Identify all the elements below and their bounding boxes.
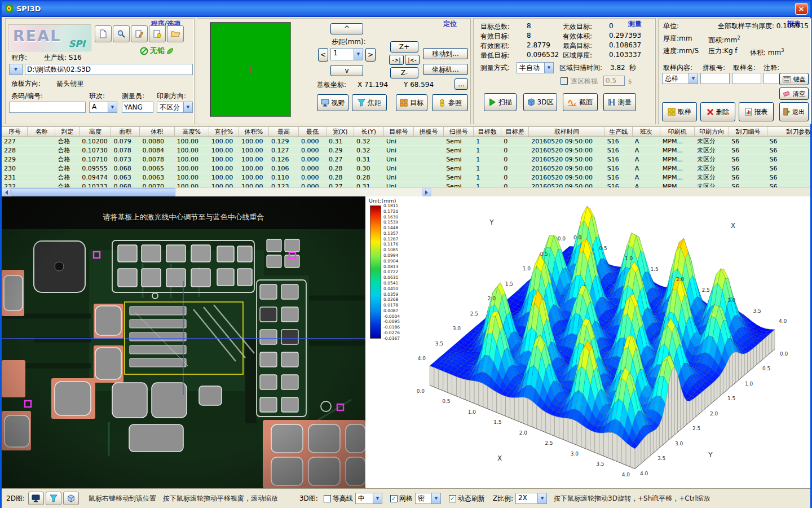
keyboard-button[interactable]: 键盘 — [779, 73, 809, 85]
move-to-button[interactable]: 移动到... — [423, 48, 468, 59]
grid-checkbox[interactable]: ✓ — [390, 495, 398, 502]
coordinate-machine-button[interactable]: 坐标机... — [423, 64, 468, 75]
table-row[interactable]: 227合格0.102000.0790.0080100.00100.00100.0… — [2, 137, 810, 146]
edit-program-button[interactable] — [131, 25, 148, 42]
table-cell: 未区分 — [695, 146, 729, 155]
camera-preview[interactable] — [210, 22, 291, 117]
delete-button[interactable]: 删除 — [700, 102, 735, 121]
report-button[interactable]: 报表 — [739, 102, 774, 121]
table-cell — [414, 164, 444, 173]
jog-down-button[interactable]: v — [330, 65, 363, 76]
zscale-select[interactable]: 2X ▼ — [515, 493, 547, 504]
scrollbar-thumb[interactable] — [11, 188, 175, 196]
scrollbar-track[interactable] — [175, 188, 422, 196]
column-header[interactable]: 刮刀参数 — [767, 127, 810, 137]
close-button[interactable]: × — [795, 3, 807, 15]
contour-level-select[interactable]: 中 ▼ — [355, 493, 382, 504]
step-next-button[interactable]: ->| — [389, 55, 404, 65]
shift-select[interactable]: A ▼ — [89, 102, 117, 113]
contour-checkbox[interactable] — [324, 495, 331, 502]
view-2d-button[interactable] — [28, 492, 44, 505]
program-history-select[interactable]: ▼ — [9, 64, 23, 75]
table-row[interactable]: 228合格0.107300.0780.0084100.00100.00100.0… — [2, 146, 810, 155]
new-file-button[interactable] — [95, 25, 112, 42]
column-header[interactable]: 判定 — [55, 127, 80, 137]
column-header[interactable]: 名称 — [28, 127, 55, 137]
zone-inspect-input[interactable] — [603, 76, 625, 86]
more-button[interactable]: ... — [454, 78, 468, 90]
camera-2d-view[interactable]: 请将基板上的激光线中心调节至与蓝色中心线重合 — [2, 196, 365, 488]
scroll-right-button[interactable] — [422, 188, 431, 196]
table-row[interactable]: 229合格0.107100.0730.0078100.00100.00100.0… — [2, 155, 810, 164]
column-header[interactable]: 面积 — [111, 127, 140, 137]
column-header[interactable]: 高度 — [80, 127, 111, 137]
column-header[interactable]: 取样时间 — [529, 127, 605, 137]
target-button[interactable]: 目标 — [396, 94, 427, 111]
column-header[interactable]: 印刷方向 — [695, 127, 729, 137]
cross-section-button[interactable]: 截面 — [563, 93, 598, 111]
jog-up-button[interactable]: ^ — [330, 23, 363, 34]
column-header[interactable]: 体积 — [140, 127, 174, 137]
box-3d-button[interactable] — [63, 492, 79, 505]
view-3d-button[interactable]: 3D区 — [523, 93, 557, 111]
table-cell: A — [632, 146, 660, 155]
exit-button[interactable]: 退出 — [779, 102, 809, 121]
field-of-view-button[interactable]: 视野 — [317, 94, 348, 111]
measure-button[interactable]: 测量 — [603, 93, 636, 111]
column-header[interactable]: 序号 — [2, 127, 28, 137]
search-button[interactable] — [113, 25, 130, 42]
table-row[interactable]: 230合格0.095550.0680.0065100.00100.00100.0… — [2, 164, 810, 173]
step-select[interactable]: 1 ▼ — [330, 48, 363, 60]
dynamic-refresh-checkbox[interactable]: ✓ — [449, 495, 456, 502]
surface-3d-plot[interactable]: 0.00.00.00.00.50.50.50.51.01.01.01.01.51… — [365, 196, 810, 488]
measure-method-select[interactable]: 半自动 ▼ — [517, 62, 554, 73]
grid-density-select[interactable]: 密 ▼ — [415, 493, 441, 504]
table-row[interactable]: 232合格0.103330.0680.0070100.00100.00100.0… — [2, 182, 810, 187]
barcode-input[interactable] — [9, 102, 86, 113]
sample-name-input[interactable] — [732, 73, 761, 84]
panel-number-input[interactable] — [700, 73, 730, 84]
column-header[interactable]: 刮刀编号 — [729, 127, 767, 137]
column-header[interactable]: 最低 — [299, 127, 326, 137]
sample-button[interactable]: 取样 — [662, 102, 697, 121]
column-header[interactable]: 拼板号 — [414, 127, 444, 137]
column-header[interactable]: 长(Y) — [354, 127, 383, 137]
table-cell — [28, 182, 55, 187]
column-header[interactable]: 目标数 — [474, 127, 501, 137]
focus-2d-button[interactable] — [46, 492, 61, 505]
z-plus-button[interactable]: Z+ — [390, 41, 418, 52]
scan-button[interactable]: 扫描 — [484, 93, 517, 111]
verify-program-button[interactable] — [149, 25, 166, 42]
sample-content-select[interactable]: 总样 ▼ — [662, 73, 698, 84]
scroll-left-button[interactable] — [2, 188, 11, 196]
surface-3d-view[interactable]: 0.00.00.00.00.50.50.50.51.01.01.01.01.51… — [365, 196, 810, 488]
delete-label: 删除 — [716, 107, 730, 117]
z-minus-button[interactable]: Z- — [390, 67, 418, 78]
column-header[interactable]: 体积% — [239, 127, 268, 137]
print-direction-select[interactable]: 不区分 ▼ — [157, 102, 193, 113]
open-program-button[interactable] — [167, 25, 184, 42]
column-header[interactable]: 高度% — [174, 127, 209, 137]
column-header[interactable]: 印刷机 — [660, 127, 694, 137]
step-prev-button[interactable]: |<- — [405, 55, 420, 65]
pcb-camera-image[interactable] — [2, 196, 365, 488]
column-header[interactable]: 宽(X) — [326, 127, 354, 137]
program-path-input[interactable] — [25, 64, 193, 75]
column-header[interactable]: 直径% — [209, 127, 239, 137]
column-header[interactable]: 扫描号 — [444, 127, 474, 137]
clear-button[interactable]: 清空 — [779, 87, 809, 100]
column-header[interactable]: 目标差 — [501, 127, 529, 137]
jog-right-button[interactable]: > — [365, 48, 376, 62]
reference-button[interactable]: 参照 — [432, 94, 468, 111]
jog-left-button[interactable]: < — [318, 48, 328, 62]
horizontal-scrollbar[interactable] — [2, 187, 431, 196]
column-header[interactable]: 目标号 — [384, 127, 414, 137]
column-header[interactable]: 生产线 — [604, 127, 632, 137]
table-row[interactable]: 231合格0.094740.0630.0063100.00100.00100.0… — [2, 173, 810, 182]
results-table[interactable]: 序号名称判定高度面积体积高度%直径%体积%最高最低宽(X)长(Y)目标号拼板号扫… — [2, 127, 810, 187]
column-header[interactable]: 班次 — [632, 127, 660, 137]
zone-inspect-checkbox[interactable] — [561, 77, 568, 85]
column-header[interactable]: 最高 — [268, 127, 298, 137]
focus-button[interactable]: 焦距 — [352, 94, 387, 111]
operator-input[interactable] — [122, 102, 153, 113]
